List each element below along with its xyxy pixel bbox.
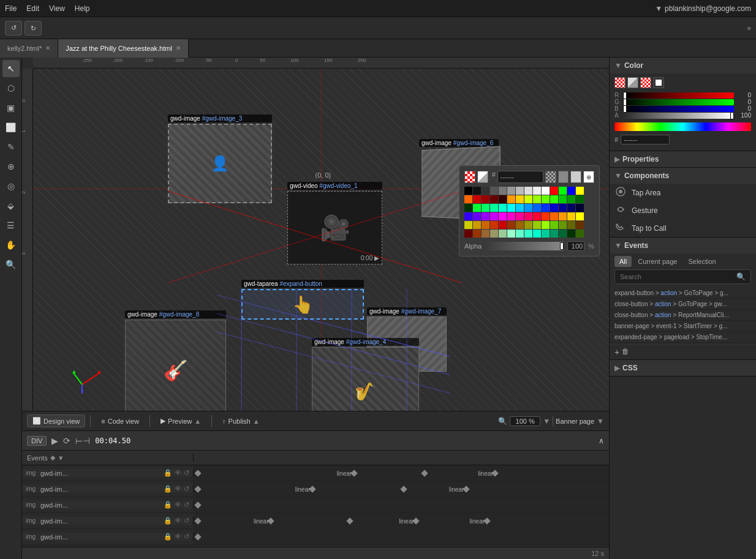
tl-row-track[interactable] [194, 529, 609, 544]
lock-icon[interactable]: 🔒 [164, 501, 172, 509]
color-grid-cell[interactable] [567, 195, 575, 203]
code-view-button[interactable]: ≡ Code view [96, 415, 145, 427]
b-slider[interactable] [623, 106, 734, 112]
color-grid-cell[interactable] [490, 230, 498, 238]
color-grid-cell[interactable] [499, 187, 507, 195]
color-grid-cell[interactable] [464, 187, 472, 195]
cp-swatch5[interactable] [570, 171, 581, 183]
color-grid-cell[interactable] [516, 212, 524, 220]
tl-row-track[interactable]: linear linear [194, 465, 609, 481]
tool-unknown3[interactable]: ⬜ [2, 119, 20, 136]
color-grid-cell[interactable] [507, 187, 515, 195]
tl-markers[interactable]: ⊢⊣ [75, 436, 90, 446]
color-grid-cell[interactable] [516, 221, 524, 229]
lock-icon[interactable]: 🔒 [164, 469, 172, 477]
publish-button[interactable]: ↑ Publish ▲ [217, 415, 265, 427]
color-grid-cell[interactable] [576, 195, 584, 203]
list-item[interactable]: expanded-page > pageload > StopTime... [610, 332, 756, 343]
color-grid-cell[interactable] [516, 204, 524, 212]
video1-box[interactable]: 🎥 0:00 ▶ [287, 191, 382, 264]
canvas-element-image4[interactable]: gwd-image #gwd-image_4 🎷 [312, 338, 419, 411]
color-grid-cell[interactable] [576, 187, 584, 195]
color-grid-cell[interactable] [473, 230, 481, 238]
color-fg-swatch[interactable] [614, 77, 626, 88]
color-grid-cell[interactable] [507, 221, 515, 229]
color-grid-cell[interactable] [524, 195, 532, 203]
component-gesture[interactable]: Gesture [610, 201, 756, 219]
color-grid-cell[interactable] [482, 187, 490, 195]
cp-color-grid[interactable] [464, 187, 594, 238]
color-grid-cell[interactable] [550, 204, 558, 212]
color-grid-cell[interactable] [516, 230, 524, 238]
color-grid-cell[interactable] [482, 212, 490, 220]
preview-dropdown-icon[interactable]: ▲ [194, 418, 201, 425]
color-grid-cell[interactable] [482, 204, 490, 212]
color-grid-cell[interactable] [464, 212, 472, 220]
tool-select[interactable]: ↖ [2, 60, 20, 77]
color-grid-cell[interactable] [576, 230, 584, 238]
events-tab-selection[interactable]: Selection [683, 256, 720, 267]
undo-button[interactable]: ↺ [5, 21, 22, 36]
color-grid-cell[interactable] [559, 230, 567, 238]
color-grid-cell[interactable] [524, 187, 532, 195]
tl-row-track[interactable]: linear linear linear [194, 513, 609, 528]
preview-button[interactable]: ▶ Preview ▲ [155, 415, 206, 427]
design-view-button[interactable]: ⬜ Design view [27, 415, 85, 427]
component-tap-to-call[interactable]: Tap to Call [610, 219, 756, 237]
tool-unknown1[interactable]: ⬡ [2, 80, 20, 97]
canvas[interactable]: (0, 0) gwd-image #gwd-image_3 [33, 69, 609, 411]
color-grid-cell[interactable] [507, 204, 515, 212]
canvas-element-image8[interactable]: gwd-image #gwd-image_8 🎸 [125, 310, 226, 411]
color-grid-cell[interactable] [507, 195, 515, 203]
color-grid-cell[interactable] [499, 204, 507, 212]
a-thumb[interactable] [730, 112, 734, 119]
timeline-collapse[interactable]: ∧ [599, 437, 604, 445]
color-grid-cell[interactable] [473, 221, 481, 229]
cp-alpha-slider[interactable] [485, 242, 564, 250]
cp-swatch3[interactable] [545, 171, 556, 183]
undo-icon[interactable]: ↺ [184, 485, 189, 493]
undo-icon[interactable]: ↺ [184, 517, 189, 525]
redo-button[interactable]: ↺ [25, 21, 42, 36]
color-grid-cell[interactable] [464, 230, 472, 238]
events-panel-header[interactable]: ▼ Events [610, 238, 756, 253]
g-slider[interactable] [623, 99, 734, 105]
color-grid-cell[interactable] [567, 221, 575, 229]
undo-icon[interactable]: ↺ [184, 469, 189, 477]
tab-jazz[interactable]: Jazz at the Philly Cheesesteak.html ✕ [58, 39, 189, 58]
canvas-element-image3[interactable]: gwd-image #gwd-image_3 👤 [168, 114, 272, 203]
list-item[interactable]: close-button > action > ReportManualCli.… [610, 310, 756, 321]
tl-row-track[interactable]: linear linear [194, 481, 609, 497]
menu-help[interactable]: Help [75, 4, 90, 13]
image4-box[interactable]: 🎷 [312, 347, 419, 411]
tool-unknown5[interactable]: ⊕ [2, 158, 20, 175]
color-grid-cell[interactable] [542, 195, 550, 203]
list-item[interactable]: close-button > action > GoToPage > gw... [610, 299, 756, 310]
tl-row-track[interactable] [194, 497, 609, 512]
tool-search[interactable]: 🔍 [2, 256, 20, 273]
toolbar-expand[interactable]: » [747, 24, 751, 32]
eye-icon[interactable]: 👁 [175, 485, 181, 493]
color-grid-cell[interactable] [482, 221, 490, 229]
events-search-input[interactable] [620, 273, 734, 280]
color-grid-cell[interactable] [490, 204, 498, 212]
color-grid-cell[interactable] [576, 204, 584, 212]
color-grid-cell[interactable] [524, 221, 532, 229]
color-grid-cell[interactable] [542, 230, 550, 238]
color-grid-cell[interactable] [490, 212, 498, 220]
color-grid-cell[interactable] [507, 212, 515, 220]
color-grid-cell[interactable] [576, 212, 584, 220]
color-grid-cell[interactable] [567, 187, 575, 195]
components-panel-header[interactable]: ▼ Components [610, 168, 756, 184]
tool-unknown9[interactable]: ✋ [2, 236, 20, 253]
tl-events-triangle[interactable]: ▼ [58, 454, 64, 462]
color-grid-cell[interactable] [473, 212, 481, 220]
cp-hex-input[interactable] [497, 171, 543, 183]
tl-diamond[interactable] [421, 470, 428, 476]
color-grid-cell[interactable] [542, 212, 550, 220]
color-grid-cell[interactable] [550, 230, 558, 238]
tool-unknown6[interactable]: ◎ [2, 178, 20, 195]
list-item[interactable]: expand-button > action > GoToPage > g... [610, 288, 756, 299]
color-grid-cell[interactable] [507, 230, 515, 238]
eye-icon[interactable]: 👁 [175, 533, 181, 541]
